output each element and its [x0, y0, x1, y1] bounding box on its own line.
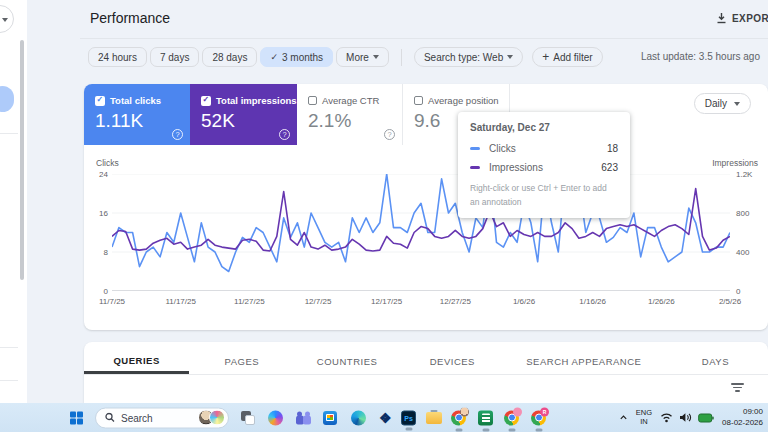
axis-tick-label: 11/27/25 — [234, 297, 265, 306]
battery-icon — [698, 413, 714, 423]
tooltip-clicks-value: 18 — [607, 143, 618, 154]
edge-icon[interactable] — [351, 410, 366, 425]
axis-tick-label: 24 — [99, 170, 108, 179]
search-icon — [105, 413, 115, 423]
task-view-icon[interactable] — [241, 411, 255, 425]
help-icon[interactable]: ? — [172, 129, 183, 140]
sidebar-divider — [0, 347, 18, 348]
chevron-down-icon — [734, 102, 740, 106]
tooltip-date: Saturday, Dec 27 — [470, 122, 618, 133]
range-chip-more[interactable]: More — [336, 47, 389, 67]
help-icon[interactable]: ? — [384, 129, 395, 140]
add-filter-chip[interactable]: + Add filter — [532, 47, 602, 67]
dimensions-table-panel: QUERIES PAGES COUNTRIES DEVICES SEARCH A… — [84, 342, 768, 403]
windows-taskbar: Search ❖ Ps R ENG IN — [0, 403, 768, 432]
start-button[interactable] — [70, 411, 83, 424]
sidebar-rail — [0, 0, 27, 403]
right-axis-title: Impressions — [712, 158, 758, 168]
search-type-chip[interactable]: Search type: Web — [414, 47, 523, 67]
clicks-series-swatch-icon — [470, 147, 480, 150]
tooltip-impressions-value: 623 — [601, 162, 618, 173]
chrome-profile-1-icon[interactable] — [451, 410, 466, 425]
tab-devices[interactable]: DEVICES — [400, 349, 505, 374]
range-chip-24-hours[interactable]: 24 hours — [88, 47, 147, 67]
microsoft-store-icon[interactable] — [323, 411, 337, 425]
last-update-text: Last update: 3.5 hours ago — [641, 51, 768, 62]
granularity-dropdown[interactable]: Daily — [694, 93, 751, 114]
dimension-tabs: QUERIES PAGES COUNTRIES DEVICES SEARCH A… — [84, 349, 768, 375]
left-axis-ticks: 081624 — [94, 174, 108, 291]
chart-area[interactable]: Clicks Impressions 081624 04008001.2K 11… — [94, 158, 758, 316]
chevron-down-icon — [373, 55, 379, 59]
teams-icon[interactable] — [296, 411, 311, 424]
sidebar-divider — [0, 133, 18, 134]
plus-icon: + — [542, 52, 549, 62]
chrome-profile-2-icon[interactable] — [504, 410, 519, 425]
volume-icon — [679, 412, 692, 423]
export-button[interactable]: EXPORT — [716, 12, 768, 24]
tray-date: 08-02-2026 — [722, 418, 763, 428]
metric-card-average-ctr[interactable]: Average CTR 2.1% ? — [297, 84, 403, 145]
clock[interactable]: 09:00 08-02-2026 — [722, 407, 763, 428]
hidden-icons-chevron[interactable] — [619, 413, 628, 422]
checkbox-checked-icon[interactable] — [95, 96, 105, 106]
chart-plot[interactable] — [112, 174, 730, 291]
tab-search-appearance[interactable]: SEARCH APPEARANCE — [505, 349, 663, 374]
wifi-icon — [660, 412, 673, 423]
tray-time: 09:00 — [722, 407, 763, 417]
check-icon: ✓ — [270, 52, 278, 62]
axis-tick-label: 0 — [104, 287, 108, 296]
tab-queries[interactable]: QUERIES — [84, 349, 189, 374]
x-axis-ticks: 11/7/2511/17/2511/27/2512/7/2512/17/2512… — [112, 297, 730, 309]
tab-days[interactable]: DAYS — [663, 349, 768, 374]
range-chip-7-days[interactable]: 7 days — [150, 47, 199, 67]
sidebar-divider — [0, 380, 18, 381]
page-title: Performance — [90, 10, 170, 26]
excel-icon[interactable] — [478, 410, 493, 425]
checkbox-unchecked-icon[interactable] — [414, 96, 423, 105]
dropbox-icon[interactable]: ❖ — [379, 411, 392, 425]
copilot-icon[interactable] — [268, 410, 283, 425]
file-explorer-icon[interactable] — [426, 412, 442, 424]
tray-status-icons[interactable] — [660, 412, 714, 423]
metric-card-total-impressions[interactable]: Total impressions 52K ? — [190, 84, 297, 145]
sidebar-active-item[interactable] — [0, 86, 14, 112]
chevron-down-icon — [2, 18, 8, 22]
tooltip-annotation-hint: Right-click or use Ctrl + Enter to add a… — [470, 182, 618, 209]
metric-card-total-clicks[interactable]: Total clicks 1.11K ? — [84, 84, 190, 145]
taskbar-search-box[interactable]: Search — [95, 407, 229, 428]
tab-pages[interactable]: PAGES — [189, 349, 294, 374]
axis-tick-label: 11/7/25 — [99, 297, 125, 306]
performance-chart-panel: Total clicks 1.11K ? Total impressions 5… — [84, 84, 768, 330]
search-highlight-balloon-icon — [209, 410, 225, 426]
range-chip-3-months-selected[interactable]: ✓ 3 months — [260, 47, 333, 67]
help-icon[interactable]: ? — [279, 129, 290, 140]
axis-tick-label: 2/5/26 — [719, 297, 741, 306]
tab-countries[interactable]: COUNTRIES — [294, 349, 399, 374]
checkbox-unchecked-icon[interactable] — [308, 96, 317, 105]
table-filter-icon[interactable] — [731, 383, 744, 393]
axis-tick-label: 12/7/25 — [305, 297, 332, 306]
filter-toolbar: 24 hours 7 days 28 days ✓ 3 months More … — [88, 47, 603, 67]
range-chip-28-days[interactable]: 28 days — [202, 47, 257, 67]
axis-tick-label: 1/6/26 — [513, 297, 535, 306]
chevron-down-icon — [507, 55, 513, 59]
download-icon — [716, 12, 727, 24]
photoshop-icon[interactable]: Ps — [401, 410, 416, 425]
checkbox-checked-icon[interactable] — [201, 96, 211, 106]
right-axis-ticks: 04008001.2K — [734, 174, 758, 291]
axis-tick-label: 0 — [736, 287, 740, 296]
impressions-series-swatch-icon — [470, 166, 480, 169]
sidebar-scrollbar[interactable] — [20, 40, 24, 280]
system-tray: ENG IN 09:00 — [619, 403, 763, 432]
axis-tick-label: 11/17/25 — [165, 297, 196, 306]
tooltip-row-clicks: Clicks 18 — [470, 143, 618, 154]
header-divider — [80, 38, 768, 39]
chrome-profile-3-icon[interactable]: R — [531, 410, 546, 425]
chart-tooltip: Saturday, Dec 27 Clicks 18 Impressions 6… — [458, 112, 630, 218]
search-label: Search — [121, 412, 198, 423]
language-indicator[interactable]: ENG IN — [636, 409, 652, 426]
axis-tick-label: 16 — [99, 209, 108, 218]
axis-tick-label: 12/27/25 — [440, 297, 471, 306]
screen: Performance EXPORT 24 hours 7 days 28 da… — [0, 0, 768, 432]
